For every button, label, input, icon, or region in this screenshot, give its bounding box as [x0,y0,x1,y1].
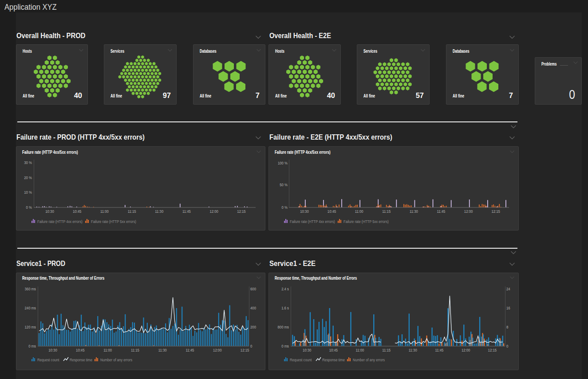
svg-text:10:30: 10:30 [48,348,57,353]
svg-text:2.4 s: 2.4 s [281,287,289,292]
svg-text:240 ms: 240 ms [24,305,36,310]
svg-text:0 ms: 0 ms [281,344,289,348]
svg-text:12:15: 12:15 [237,209,246,214]
svg-text:360 ms: 360 ms [24,287,36,292]
svg-text:10:30: 10:30 [45,209,54,214]
svg-text:11:00: 11:00 [100,209,109,214]
svg-text:10:45: 10:45 [328,209,336,214]
svg-text:24: 24 [506,287,510,292]
svg-text:Failure rate (HTTP 4xx errors): Failure rate (HTTP 4xx errors) [290,220,335,224]
svg-text:0: 0 [250,344,252,348]
svg-text:Response time, Throughput and: Response time, Throughput and Number of … [275,276,357,281]
svg-text:50 %: 50 % [280,183,288,188]
svg-text:120 ms: 120 ms [24,324,36,329]
svg-text:400: 400 [250,305,256,310]
svg-text:10:30: 10:30 [303,348,312,353]
svg-text:Number of any errors: Number of any errors [100,358,132,362]
svg-text:100 %: 100 % [278,160,288,165]
svg-text:Response time: Response time [322,358,345,362]
svg-text:0 %: 0 % [26,205,32,210]
svg-text:11:30: 11:30 [410,209,418,214]
svg-text:10:30: 10:30 [300,209,309,214]
svg-text:10 %: 10 % [24,190,32,195]
svg-text:10:45: 10:45 [73,209,82,214]
svg-text:8: 8 [506,324,508,329]
svg-text:Failure rate (HTTP 4xx/5xx err: Failure rate (HTTP 4xx/5xx errors) [275,150,331,155]
svg-text:600: 600 [250,287,256,292]
svg-text:1.6 s: 1.6 s [281,305,289,310]
svg-text:11:30: 11:30 [155,209,163,214]
svg-text:Failure rate (HTTP 4xx/5xx err: Failure rate (HTTP 4xx/5xx errors) [22,150,78,155]
svg-text:20 %: 20 % [24,175,32,180]
svg-text:10:45: 10:45 [76,348,85,353]
svg-text:11:30: 11:30 [409,348,417,353]
svg-text:0: 0 [506,344,508,348]
svg-text:12:00: 12:00 [464,209,473,214]
svg-text:12:15: 12:15 [241,348,249,353]
svg-text:16: 16 [506,305,510,310]
svg-text:11:15: 11:15 [382,209,391,214]
svg-text:10:45: 10:45 [329,348,338,353]
svg-text:Number of any errors: Number of any errors [353,358,385,362]
svg-text:11:15: 11:15 [131,348,139,353]
svg-text:Response time: Response time [70,358,92,362]
svg-text:12:00: 12:00 [213,348,222,353]
svg-text:Response time, Throughput and: Response time, Throughput and Number of … [22,276,104,281]
svg-text:12:00: 12:00 [462,348,470,353]
svg-text:11:00: 11:00 [355,209,363,214]
svg-text:0 %: 0 % [282,205,288,210]
svg-text:11:15: 11:15 [128,209,136,214]
svg-text:11:00: 11:00 [356,348,364,353]
svg-text:11:45: 11:45 [182,209,191,214]
svg-text:11:00: 11:00 [103,348,112,353]
svg-text:11:15: 11:15 [382,348,391,353]
svg-text:11:30: 11:30 [158,348,167,353]
svg-text:30 %: 30 % [24,160,32,165]
svg-text:200: 200 [250,324,256,329]
svg-text:Failure rate (HTTP 5xx errors): Failure rate (HTTP 5xx errors) [343,220,389,224]
svg-text:11:45: 11:45 [186,348,194,353]
svg-text:0 ms: 0 ms [28,344,36,348]
svg-text:12:00: 12:00 [209,209,218,214]
svg-text:12:15: 12:15 [488,348,497,353]
svg-text:11:45: 11:45 [437,209,446,214]
svg-text:11:45: 11:45 [435,348,444,353]
svg-text:800 ms: 800 ms [277,324,289,329]
svg-text:Failure rate (HTTP 4xx errors): Failure rate (HTTP 4xx errors) [37,220,83,224]
svg-text:Request count: Request count [37,358,59,362]
svg-text:Request count: Request count [290,358,312,362]
svg-text:Failure rate (HTTP 5xx errors): Failure rate (HTTP 5xx errors) [91,220,136,224]
svg-text:12:15: 12:15 [491,209,500,214]
